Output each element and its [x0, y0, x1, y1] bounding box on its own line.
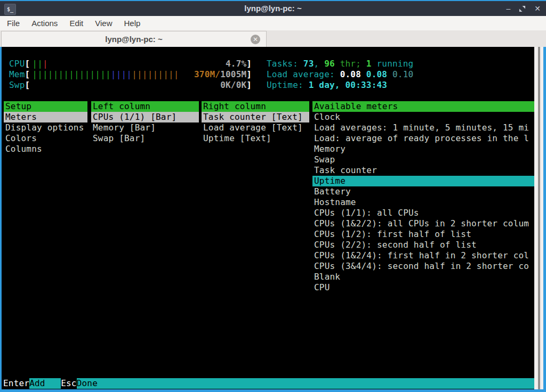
meter-bracket-close: ]: [246, 69, 252, 79]
setup-panel-right-column: Right columnTask counter [Text]Load aver…: [202, 101, 309, 144]
function-bar: EnterAdd EscDone: [2, 378, 534, 389]
xfce-terminal-window: $_ lynp@lyn-pc: ~ – ✕ FileActionsEditVie…: [0, 0, 546, 392]
setup-item[interactable]: Memory [Bar]: [91, 123, 199, 133]
setup-item[interactable]: Hostname: [312, 197, 534, 208]
menu-item-edit[interactable]: Edit: [63, 16, 89, 30]
meter-bar-segment-blue: ||||: [111, 69, 132, 79]
meter-bar-segment-orange: |||||||||: [132, 69, 179, 79]
meter-mem: Mem[||||||||||||||||||||||||||||370M/100…: [9, 69, 252, 80]
meter-swp: Swp[0K/0K]: [9, 80, 252, 91]
stat-uptime: Uptime: 1 day, 00:33:43: [267, 80, 387, 91]
menu-item-file[interactable]: File: [1, 16, 26, 30]
meter-value: 4.7%: [226, 59, 246, 69]
meter-track: |||4.7%: [30, 59, 246, 69]
meter-cpu: CPU[|||4.7%]: [9, 59, 252, 69]
setup-item[interactable]: Uptime: [312, 176, 534, 186]
setup-item[interactable]: CPUs (1/1): all CPUs: [312, 208, 534, 218]
stat-part: 0.10: [392, 69, 413, 79]
fn-label[interactable]: Done: [77, 378, 534, 389]
tab-bar: lynp@lyn-pc: ~ ✕: [0, 30, 546, 47]
meter-bracket-open: [: [25, 69, 30, 79]
scrollbar-thumb[interactable]: [538, 47, 540, 389]
setup-item[interactable]: Load: average of ready processes in the …: [312, 133, 534, 144]
title-bar[interactable]: $_ lynp@lyn-pc: ~ – ✕: [0, 1, 546, 16]
menu-item-actions[interactable]: Actions: [26, 16, 63, 30]
stat-part: 73: [303, 59, 314, 69]
setup-item[interactable]: Task counter [Text]: [202, 112, 309, 123]
terminal-focus-border-bottom: [0, 389, 546, 392]
stat-part: 0.08: [340, 69, 366, 79]
fn-label[interactable]: Add: [29, 378, 61, 389]
window-title: lynp@lyn-pc: ~: [0, 1, 546, 16]
setup-item[interactable]: Blank: [312, 272, 534, 282]
meter-bars: ||||||||||||||||||||||||||||: [32, 69, 179, 80]
meter-bar-segment-green: |||||||||||||||: [32, 69, 111, 79]
stat-part: 1 day, 00:33:43: [309, 80, 388, 90]
stat-part: running: [372, 59, 414, 69]
setup-item[interactable]: CPU: [312, 282, 534, 293]
meter-label: Swp: [9, 80, 25, 90]
stat-part: 1: [366, 59, 372, 69]
meter-label: CPU: [9, 59, 25, 69]
meter-bracket-close: ]: [246, 80, 252, 90]
setup-item[interactable]: CPUs (1/2): first half of list: [312, 229, 534, 240]
meter-value-part: 0K/0K: [220, 80, 246, 90]
meter-bracket-open: [: [25, 80, 30, 90]
stat-part: 96: [324, 59, 335, 69]
fn-key-esc[interactable]: Esc: [61, 378, 77, 389]
terminal-focus-border-right: [543, 47, 546, 389]
meter-bracket-open: [: [25, 59, 30, 69]
setup-item[interactable]: Colors: [4, 133, 87, 144]
setup-item[interactable]: CPUs (1/1) [Bar]: [91, 112, 199, 123]
setup-item[interactable]: Swap [Bar]: [91, 133, 199, 144]
restore-button[interactable]: [519, 5, 526, 12]
panel-header-available-meters: Available meters: [312, 101, 534, 112]
stat-part: Load average:: [267, 69, 340, 79]
setup-item[interactable]: CPUs (3&4/4): second half in 2 shorter c…: [312, 261, 534, 272]
close-button[interactable]: ✕: [534, 5, 541, 12]
stat-part: thr;: [335, 59, 366, 69]
meter-bars: |||: [32, 59, 48, 69]
meter-bracket-close: ]: [246, 59, 252, 69]
fn-key-enter[interactable]: Enter: [3, 378, 29, 389]
stat-part: Uptime:: [267, 80, 309, 90]
meter-value-part: 1005M: [220, 69, 246, 79]
menu-item-help[interactable]: Help: [118, 16, 146, 30]
tab-title: lynp@lyn-pc: ~: [2, 31, 266, 47]
restore-icon: [519, 5, 526, 12]
stat-load-average: Load average: 0.08 0.08 0.10: [267, 69, 413, 80]
window-controls: – ✕: [506, 1, 541, 16]
meter-value-part: 4.7%: [226, 59, 246, 69]
terminal-tab[interactable]: lynp@lyn-pc: ~ ✕: [1, 31, 267, 47]
setup-item[interactable]: Load averages: 1 minute, 5 minutes, 15 m…: [312, 123, 534, 133]
setup-item[interactable]: Clock: [312, 112, 534, 123]
setup-item[interactable]: Battery: [312, 186, 534, 197]
setup-item[interactable]: CPUs (2/2): second half of list: [312, 240, 534, 250]
setup-panel-left-column: Left columnCPUs (1/1) [Bar]Memory [Bar]S…: [91, 101, 199, 144]
stat-tasks: Tasks: 73, 96 thr; 1 running: [267, 59, 413, 69]
setup-item[interactable]: Load average [Text]: [202, 123, 309, 133]
tab-close-icon[interactable]: ✕: [251, 35, 260, 44]
setup-item[interactable]: CPUs (1&2/2): all CPUs in 2 shorter colu…: [312, 218, 534, 229]
terminal-screen[interactable]: CPU[|||4.7%]Mem[||||||||||||||||||||||||…: [2, 47, 534, 389]
setup-item[interactable]: Columns: [4, 144, 87, 154]
setup-panel-setup: SetupMetersDisplay optionsColorsColumns: [4, 101, 87, 154]
setup-item[interactable]: Swap: [312, 154, 534, 165]
stat-part: ,: [314, 59, 325, 69]
meter-bar-segment-red: |: [43, 59, 48, 69]
panel-header-right-column: Right column: [202, 101, 309, 112]
terminal-scrollbar[interactable]: [534, 47, 543, 389]
menu-item-view[interactable]: View: [89, 16, 118, 30]
setup-item[interactable]: CPUs (1&2/4): first half in 2 shorter co…: [312, 250, 534, 261]
setup-item[interactable]: Memory: [312, 144, 534, 154]
setup-item[interactable]: Uptime [Text]: [202, 133, 309, 144]
minimize-button[interactable]: –: [506, 5, 510, 12]
stat-part: Tasks:: [267, 59, 303, 69]
meter-value: 370M/1005M: [194, 69, 246, 80]
setup-panel-available-meters: Available metersClockLoad averages: 1 mi…: [312, 101, 534, 293]
setup-item[interactable]: Meters: [4, 112, 87, 123]
meter-value-part: 370M/: [194, 69, 220, 79]
setup-item[interactable]: Display options: [4, 123, 87, 133]
meter-track: 0K/0K: [30, 80, 246, 91]
setup-item[interactable]: Task counter: [312, 165, 534, 176]
